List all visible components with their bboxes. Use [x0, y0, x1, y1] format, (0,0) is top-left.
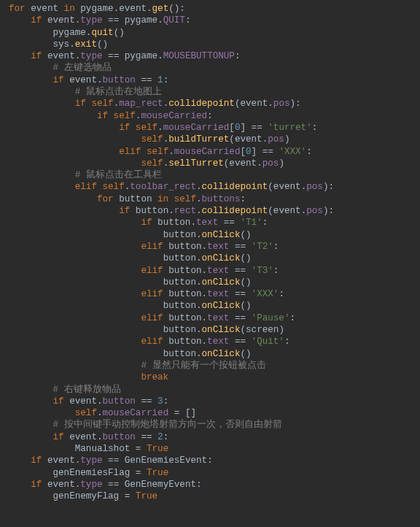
code-line: elif button.text == 'T3':	[9, 266, 279, 276]
token-cmt: # 显然只能有一个按钮被点击	[141, 361, 265, 371]
token-id: event	[229, 158, 257, 169]
token-op: ==	[229, 242, 251, 252]
token-op: .	[202, 313, 208, 323]
token-op: .	[158, 123, 163, 133]
code-line: if button.text == 'T1':	[9, 218, 268, 228]
token-op	[9, 313, 141, 323]
code-line: if event.type == pygame.QUIT:	[9, 15, 190, 26]
token-op: .	[69, 39, 75, 50]
token-op: .	[196, 206, 202, 216]
token-num: 0	[246, 147, 252, 157]
token-kw: if	[97, 111, 114, 121]
token-kw: if	[31, 455, 47, 466]
token-attr: text	[207, 242, 229, 252]
token-op: ()	[114, 28, 125, 38]
token-fn: collidepoint	[202, 206, 268, 216]
code-line: pygame.quit()	[9, 28, 125, 38]
code-line: sys.exit()	[9, 39, 108, 50]
token-op: .	[147, 4, 152, 14]
token-op	[9, 111, 97, 121]
token-attr: text	[207, 336, 229, 347]
token-op	[9, 385, 52, 395]
token-op: :	[163, 75, 169, 85]
token-op: .	[196, 325, 202, 335]
token-id: button	[158, 218, 190, 228]
token-op: [	[229, 123, 235, 133]
token-op: ):	[290, 99, 301, 109]
token-op	[9, 28, 52, 38]
token-op: ()	[240, 301, 251, 311]
code-line: if self.map_rect.collidepoint(event.pos)…	[9, 99, 301, 109]
token-id: genEnemiesFlag	[52, 468, 130, 478]
token-op	[9, 39, 52, 50]
code-line: for button in self.buttons:	[9, 194, 246, 204]
token-op: =	[130, 444, 147, 454]
token-attr: text	[207, 313, 229, 323]
token-str: 'turret'	[268, 123, 311, 133]
code-line: elif self.mouseCarried[0] == 'XXX':	[9, 147, 312, 157]
token-cmt: # 右键释放物品	[52, 385, 120, 395]
token-op	[9, 134, 141, 145]
token-op: .	[202, 289, 208, 299]
token-str: 'Quit'	[252, 336, 284, 347]
token-op: .	[196, 194, 202, 204]
token-op: ==	[229, 336, 251, 347]
token-op: .	[268, 99, 273, 109]
code-line: # 右键释放物品	[9, 385, 121, 395]
token-op: ==	[136, 75, 158, 85]
token-op: :	[289, 313, 295, 323]
token-id: sys	[52, 39, 69, 50]
token-id: pygame	[125, 51, 158, 61]
code-line: elif button.text == 'XXX':	[9, 289, 284, 299]
token-fn: sellTurret	[168, 158, 224, 169]
token-fn: onClick	[202, 277, 241, 288]
token-attr: text	[207, 289, 229, 299]
token-fn: onClick	[202, 349, 241, 359]
token-attr: text	[207, 266, 229, 276]
token-op	[9, 206, 119, 216]
token-op: ()	[240, 349, 251, 359]
token-kw: elif	[75, 182, 103, 192]
token-attr: pos	[273, 99, 290, 109]
token-attr: pos	[262, 158, 279, 169]
token-str: 'Pause'	[252, 313, 290, 323]
token-kw: if	[52, 432, 69, 442]
token-kw: True	[147, 468, 168, 478]
token-op	[9, 396, 52, 407]
token-id: button	[163, 230, 196, 240]
code-line: button.onClick()	[9, 277, 252, 288]
token-op: :	[306, 147, 312, 157]
token-attr: rect	[174, 206, 196, 216]
token-op: (	[229, 134, 235, 145]
token-op	[9, 408, 75, 418]
token-op	[9, 420, 52, 430]
token-op: ==	[103, 480, 125, 490]
code-line: if event.button == 3:	[9, 396, 168, 407]
token-op: =	[130, 468, 147, 478]
token-id: event	[119, 4, 147, 14]
token-attr: QUIT	[163, 15, 185, 26]
code-line: self.buildTurret(event.pos)	[9, 134, 290, 145]
token-kw: if	[52, 396, 69, 407]
token-fn: collidepoint	[202, 182, 268, 192]
token-op: :	[163, 396, 169, 407]
token-id: button	[163, 325, 196, 335]
token-op: :	[312, 123, 318, 133]
token-op: .	[97, 408, 103, 418]
token-kw: if	[31, 480, 47, 490]
token-op	[9, 301, 163, 311]
token-id: event	[240, 99, 268, 109]
token-op	[9, 99, 75, 109]
token-op: ] ==	[240, 123, 268, 133]
token-id: event	[273, 206, 301, 216]
token-op: ()	[240, 230, 251, 240]
code-line: if self.mouseCarried[0] == 'turret':	[9, 123, 317, 133]
token-op	[9, 230, 163, 240]
token-id: button	[163, 349, 196, 359]
token-op	[9, 336, 141, 347]
token-op: ()	[97, 39, 108, 50]
token-attr: pos	[268, 134, 284, 145]
token-str: 'T2'	[252, 242, 273, 252]
token-op: .	[196, 182, 202, 192]
token-kw: True	[136, 491, 158, 501]
